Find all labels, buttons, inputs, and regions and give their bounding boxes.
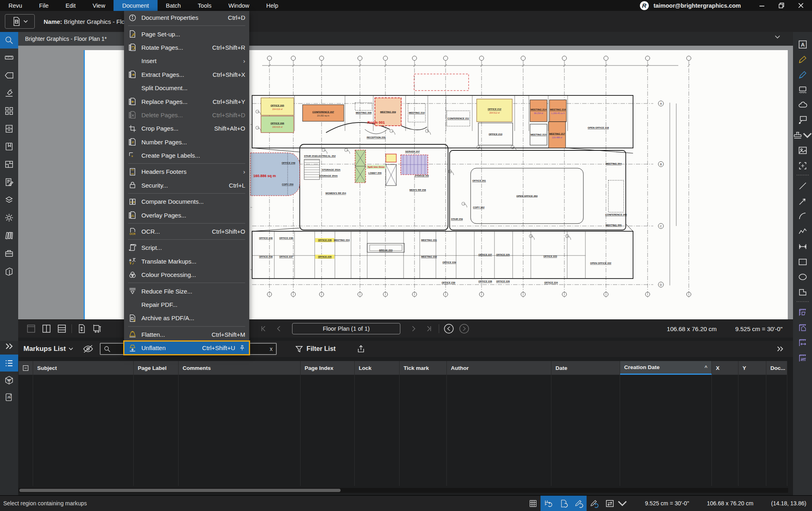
menu-item-compare-documents[interactable]: ABCompare Documents... [124, 195, 249, 208]
column-header-y[interactable]: Y [738, 361, 766, 375]
summary-export-icon[interactable] [357, 344, 365, 353]
hide-markups-icon[interactable] [82, 344, 94, 353]
column-header-page-label[interactable]: Page Label [134, 361, 179, 375]
spaces-panel[interactable] [0, 155, 18, 173]
menu-edit[interactable]: Edit [57, 0, 84, 11]
page-number-field[interactable]: Floor Plan (1 of 1) [292, 323, 400, 334]
cloud-tool-icon[interactable] [793, 97, 812, 113]
fit-width-icon[interactable] [89, 323, 105, 335]
column-header-tick-mark[interactable]: Tick mark [400, 361, 447, 375]
menu-item-repair-pdf[interactable]: Repair PDF... [124, 298, 249, 311]
snapshot-tool-icon[interactable] [793, 158, 812, 173]
column-header-creation-date[interactable]: Creation Date^ [620, 361, 712, 375]
image-tool-icon[interactable] [793, 143, 812, 158]
callout-tool-icon[interactable] [793, 113, 812, 128]
clear-search-icon[interactable]: x [270, 346, 273, 352]
menu-item-overlay-pages[interactable]: Overlay Pages... [124, 208, 249, 222]
calibrate-panel[interactable] [0, 84, 18, 102]
status-scale[interactable]: 9.525 cm = 30'-0" [645, 500, 689, 507]
menu-item-archive-as-pdf-a[interactable]: AArchive as PDF/A... [124, 311, 249, 325]
measure-length-tool-icon[interactable] [793, 336, 812, 351]
snap-to-content-toggle[interactable] [556, 496, 571, 511]
markup-summary-panel[interactable] [0, 173, 18, 191]
markups-table-body[interactable] [19, 375, 787, 486]
menu-item-security[interactable]: Security...Ctrl+L [124, 179, 249, 192]
grid-toggle[interactable] [525, 496, 541, 511]
collapse-columns-icon[interactable] [776, 346, 784, 352]
toolbox-panel[interactable] [0, 244, 18, 262]
column-header-page-index[interactable]: Page Index [301, 361, 355, 375]
measurements-panel[interactable] [0, 49, 18, 66]
markups-list-title[interactable]: Markups List [23, 345, 66, 353]
status-page-size[interactable]: 106.68 x 76.20 cm [707, 500, 753, 507]
3d-model-tab[interactable]: 3D [0, 372, 18, 389]
menu-item-script[interactable]: Script... [124, 241, 249, 254]
collapse-all-icon[interactable] [23, 365, 29, 371]
column-header-comments[interactable]: Comments [179, 361, 301, 375]
markups-title-chevron-icon[interactable] [69, 347, 73, 351]
next-view-button[interactable] [456, 323, 472, 335]
menu-help[interactable]: Help [258, 0, 287, 11]
highlight-tool-icon[interactable] [793, 52, 812, 68]
account-email[interactable]: taimoor@brightergraphics.com [654, 2, 741, 9]
javascript-tab[interactable]: JS [0, 389, 18, 405]
snap-to-grid-toggle[interactable] [541, 496, 556, 511]
sync-views-toggle[interactable] [602, 496, 617, 511]
menu-item-headers-footers[interactable]: Headers Footers› [124, 165, 249, 178]
measure-perimeter-tool-icon[interactable] [793, 320, 812, 336]
menu-item-insert[interactable]: Insert› [124, 54, 249, 68]
studio-panel[interactable] [0, 262, 18, 280]
checkbox-column[interactable] [19, 361, 33, 375]
menu-item-page-set-up[interactable]: Page Set-up... [124, 27, 249, 40]
menu-item-replace-pages[interactable]: Replace Pages...Ctrl+Shift+Y [124, 95, 249, 108]
split-horizontal-icon[interactable] [54, 323, 69, 335]
restore-button[interactable] [772, 0, 790, 11]
properties-panel[interactable] [0, 209, 18, 226]
measure-area-tool-icon[interactable] [793, 305, 812, 321]
tool-chest-panel[interactable] [0, 66, 18, 84]
split-vertical-icon[interactable] [39, 323, 54, 335]
layers-panel[interactable] [0, 191, 18, 209]
menu-item-colour-processing[interactable]: Colour Processing... [124, 268, 249, 281]
column-header-author[interactable]: Author [447, 361, 551, 375]
scrollbar-thumb[interactable] [19, 489, 341, 492]
menu-item-ocr[interactable]: OCROCR...Ctrl+Shift+O [124, 225, 249, 238]
count-tool-icon[interactable] [793, 351, 812, 366]
text-box-tool-icon[interactable]: A [793, 37, 812, 52]
close-button[interactable] [792, 0, 810, 11]
column-header-doc-[interactable]: Doc... [766, 361, 787, 375]
minimize-button[interactable] [753, 0, 771, 11]
menu-item-create-page-labels[interactable]: *Create Page Labels... [124, 149, 249, 162]
pen-tool-icon[interactable] [793, 67, 812, 82]
reuse-markup-toggle[interactable] [587, 496, 602, 511]
line-tool-icon[interactable] [793, 179, 812, 194]
search-panel[interactable] [0, 32, 18, 49]
dimension-tool-icon[interactable] [793, 239, 812, 255]
menu-item-unflatten[interactable]: UnflattenCtrl+Shift+U [124, 341, 249, 355]
snap-to-markup-toggle[interactable] [571, 496, 587, 511]
thumbnails-panel[interactable] [0, 102, 18, 120]
menu-item-split-document[interactable]: Split Document... [124, 81, 249, 95]
eraser-tool-icon[interactable] [793, 82, 812, 98]
previous-page-button[interactable] [271, 323, 286, 335]
bookmarks-panel[interactable] [0, 137, 18, 155]
tab-list-chevron-icon[interactable] [775, 35, 780, 39]
menu-item-flatten[interactable]: Flatten...Ctrl+Shift+M [124, 328, 249, 341]
markups-list-tab[interactable] [0, 355, 18, 372]
polyline-tool-icon[interactable] [793, 224, 812, 239]
first-page-button[interactable] [256, 323, 271, 335]
fit-page-icon[interactable] [74, 323, 89, 335]
menu-item-translate-markups[interactable]: aTranslate Markups... [124, 255, 249, 268]
menu-item-number-pages[interactable]: #Number Pages... [124, 135, 249, 149]
arrow-tool-icon[interactable] [793, 194, 812, 209]
file-access-panel[interactable] [0, 120, 18, 137]
file-access-button[interactable] [5, 14, 35, 29]
column-header-date[interactable]: Date [551, 361, 620, 375]
sets-panel[interactable] [0, 226, 18, 244]
pin-icon[interactable] [239, 345, 245, 351]
polygon-tool-icon[interactable] [793, 285, 812, 300]
menu-item-reduce-file-size[interactable]: Reduce File Size... [124, 284, 249, 298]
rectangle-tool-icon[interactable] [793, 254, 812, 270]
menu-file[interactable]: File [31, 0, 57, 11]
menu-item-crop-pages[interactable]: Crop Pages...Shift+Alt+O [124, 122, 249, 135]
